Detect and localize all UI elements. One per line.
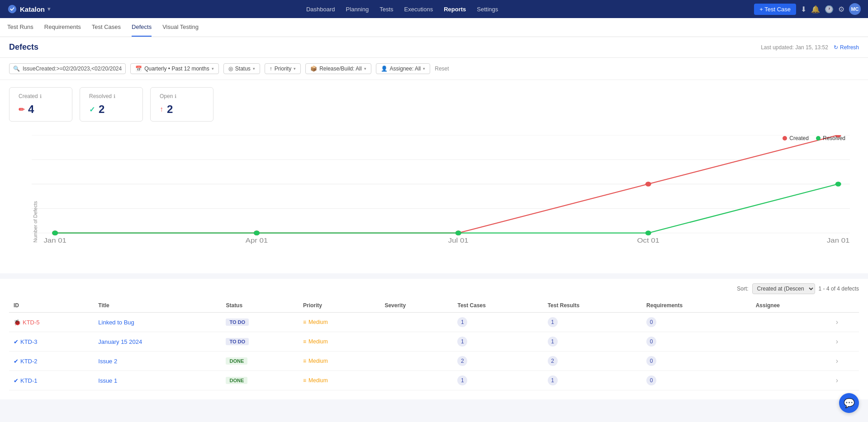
top-navigation: Katalon ▾ Dashboard Planning Tests Execu…: [0, 0, 868, 18]
refresh-button[interactable]: ↻ Refresh: [834, 44, 859, 51]
page-title: Defects: [9, 42, 38, 52]
release-build-filter-button[interactable]: 📦 Release/Build: All ▾: [305, 63, 371, 74]
priority-icon: ≡: [303, 319, 306, 325]
search-filter[interactable]: 🔍 IssueCreated:>=02/20/2023,<02/20/2024: [9, 63, 126, 74]
cell-requirements: 0: [642, 352, 751, 371]
search-value: IssueCreated:>=02/20/2023,<02/20/2024: [23, 66, 122, 72]
cell-title[interactable]: Issue 1: [94, 371, 221, 390]
sort-select[interactable]: Created at (Descen: [752, 283, 815, 294]
cell-test-cases: 1: [453, 332, 543, 352]
chevron-right-icon[interactable]: ›: [836, 318, 838, 326]
filters-bar: 🔍 IssueCreated:>=02/20/2023,<02/20/2024 …: [0, 58, 868, 80]
defect-id-value[interactable]: KTD-1: [20, 377, 38, 384]
new-test-case-button[interactable]: + Test Case: [754, 4, 796, 15]
cell-action[interactable]: ›: [831, 332, 859, 352]
resolved-legend-dot: [816, 136, 821, 141]
release-icon: 📦: [310, 66, 317, 72]
nav-dashboard[interactable]: Dashboard: [306, 6, 335, 13]
download-icon[interactable]: ⬇: [801, 5, 806, 14]
nav-settings[interactable]: Settings: [477, 6, 498, 13]
cell-title[interactable]: Issue 2: [94, 352, 221, 371]
status-filter-button[interactable]: ◎ Status ▾: [223, 63, 260, 74]
chart-container: Created Resolved Number of Defects 0 1 2…: [9, 131, 859, 266]
col-title: Title: [94, 299, 221, 313]
cell-status: DONE: [221, 371, 299, 390]
edit-icon: ✏: [19, 105, 24, 114]
nav-executions[interactable]: Executions: [404, 6, 433, 13]
table-row[interactable]: ✔ KTD-2 Issue 2 DONE ≡ Medium 2 2 0 ›: [9, 352, 859, 371]
settings-icon[interactable]: ⚙: [838, 5, 844, 14]
avatar[interactable]: MC: [849, 3, 861, 15]
assignee-filter-button[interactable]: 👤 Assignee: All ▾: [376, 63, 431, 74]
col-requirements: Requirements: [642, 299, 751, 313]
cell-requirements: 0: [642, 371, 751, 390]
cell-id[interactable]: ✔ KTD-2: [9, 352, 94, 371]
cell-title[interactable]: Linked to Bug: [94, 313, 221, 332]
legend-resolved: Resolved: [816, 135, 845, 141]
chart-svg: 0 1 2 3 4 Jan 01 Apr 01 Jul 01 Oct 01 Ja…: [32, 135, 850, 253]
history-icon[interactable]: 🕐: [825, 5, 834, 14]
cell-status: DONE: [221, 352, 299, 371]
test-cases-count: 2: [457, 356, 467, 366]
cell-test-results: 1: [543, 332, 642, 352]
subnav-defects[interactable]: Defects: [132, 18, 152, 37]
subnav-test-runs[interactable]: Test Runs: [7, 18, 33, 37]
table-row[interactable]: ✔ KTD-3 January 15 2024 TO DO ≡ Medium 1…: [9, 332, 859, 352]
info-icon: ℹ: [175, 94, 176, 99]
table-row[interactable]: 🐞 KTD-5 Linked to Bug TO DO ≡ Medium 1 1…: [9, 313, 859, 332]
quarterly-filter-button[interactable]: 📅 Quarterly • Past 12 months ▾: [130, 63, 219, 74]
nav-planning[interactable]: Planning: [346, 6, 369, 13]
chevron-down-icon: ▾: [294, 66, 296, 71]
cell-id[interactable]: ✔ KTD-3: [9, 332, 94, 352]
defect-id-value[interactable]: KTD-2: [20, 358, 38, 365]
priority-icon: ≡: [303, 358, 306, 364]
cell-test-cases: 1: [453, 313, 543, 332]
chevron-right-icon[interactable]: ›: [836, 338, 838, 345]
logo[interactable]: Katalon ▾: [7, 4, 50, 14]
cell-severity: [380, 371, 453, 390]
priority-filter-button[interactable]: ↑ Priority ▾: [265, 63, 301, 74]
test-results-count: 1: [548, 317, 558, 327]
nav-tests[interactable]: Tests: [379, 6, 393, 13]
cell-title[interactable]: January 15 2024: [94, 332, 221, 352]
nav-reports[interactable]: Reports: [444, 6, 466, 13]
defect-id-value[interactable]: KTD-3: [20, 338, 38, 345]
svg-point-23: [455, 230, 461, 235]
subnav-visual-testing[interactable]: Visual Testing: [162, 18, 199, 37]
defect-icon: ✔: [14, 338, 19, 345]
defect-id-value[interactable]: KTD-5: [23, 319, 40, 326]
notifications-icon[interactable]: 🔔: [811, 5, 820, 14]
svg-text:Oct 01: Oct 01: [637, 237, 659, 244]
open-value: ↑ 2: [160, 103, 204, 116]
priority-value: Medium: [308, 377, 328, 384]
table-header-row: Sort: Created at (Descen 1 - 4 of 4 defe…: [9, 279, 859, 299]
svg-text:Jan 01: Jan 01: [827, 237, 849, 244]
chevron-right-icon[interactable]: ›: [836, 376, 838, 384]
reset-button[interactable]: Reset: [435, 66, 449, 72]
check-circle-icon: ✓: [89, 105, 95, 114]
col-id: ID: [9, 299, 94, 313]
subnav-requirements[interactable]: Requirements: [44, 18, 81, 37]
cell-action[interactable]: ›: [831, 352, 859, 371]
requirements-count: 0: [646, 375, 656, 385]
svg-point-0: [8, 5, 16, 13]
priority-icon: ≡: [303, 338, 306, 345]
cell-id[interactable]: 🐞 KTD-5: [9, 313, 94, 332]
resolved-value: ✓ 2: [89, 103, 133, 116]
cell-id[interactable]: ✔ KTD-1: [9, 371, 94, 390]
test-cases-count: 1: [457, 317, 467, 327]
page-header: Defects Last updated: Jan 15, 13:52 ↻ Re…: [0, 37, 868, 58]
legend-created: Created: [783, 135, 809, 141]
y-axis-label: Number of Defects: [33, 201, 38, 243]
table-row[interactable]: ✔ KTD-1 Issue 1 DONE ≡ Medium 1 1 0 ›: [9, 371, 859, 390]
svg-text:Jan 01: Jan 01: [43, 237, 66, 244]
last-updated: Last updated: Jan 15, 13:52: [761, 44, 828, 51]
subnav-test-cases[interactable]: Test Cases: [92, 18, 121, 37]
chevron-right-icon[interactable]: ›: [836, 357, 838, 365]
chevron-down-icon: ▾: [364, 66, 366, 71]
priority-value: Medium: [308, 338, 328, 345]
search-icon: 🔍: [13, 66, 20, 72]
cell-action[interactable]: ›: [831, 371, 859, 390]
cell-action[interactable]: ›: [831, 313, 859, 332]
info-icon: ℹ: [114, 94, 115, 99]
